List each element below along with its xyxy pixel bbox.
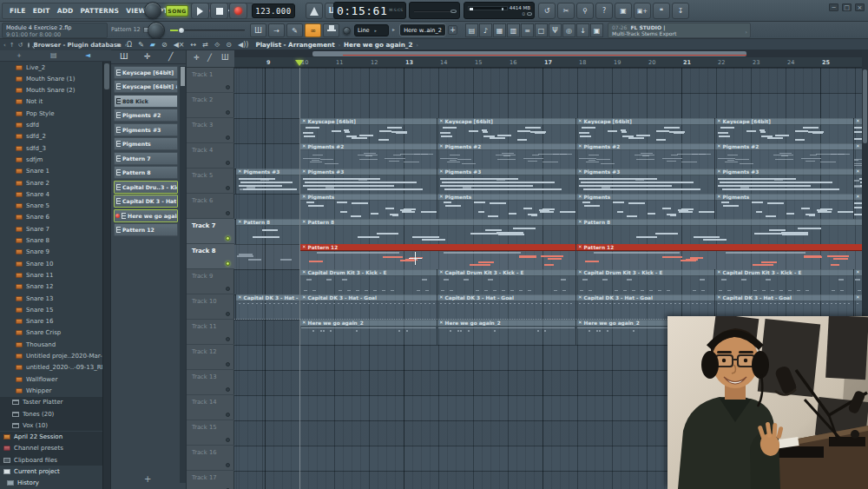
menu-add[interactable]: ADD xyxy=(54,7,77,15)
browser-back-arrow-icon[interactable]: ◄ xyxy=(85,52,90,59)
track-mute-led[interactable] xyxy=(226,261,230,266)
playlist-horizontal-scrollbar[interactable] xyxy=(234,50,862,57)
feedback-button[interactable]: ❝ xyxy=(653,3,670,19)
track-mute-led[interactable] xyxy=(226,85,230,89)
clip-pigments-3[interactable]: ✕Pigments #3 xyxy=(714,169,853,194)
open-tempo-tap-button[interactable]: ◎ xyxy=(562,23,575,37)
browser-item[interactable]: Snare 16 xyxy=(0,316,103,327)
play-small-icon[interactable]: ▸ xyxy=(117,42,121,49)
save-button[interactable]: ▣ xyxy=(615,3,632,19)
track-header-14[interactable]: Track 14 xyxy=(187,395,234,420)
clip-pigments[interactable]: ✕Pigments xyxy=(714,194,853,219)
recording-source-button[interactable]: ⚲ xyxy=(576,3,594,19)
browser-item[interactable]: Snare 7 xyxy=(0,223,103,235)
browser-item[interactable]: Snare 6 xyxy=(0,212,103,223)
pattern-prev-arrow[interactable]: ▸ xyxy=(392,26,395,32)
refresh-icon[interactable]: ↺ xyxy=(18,42,23,49)
browser-item[interactable]: sdfjm xyxy=(0,154,103,165)
browser-item[interactable]: Snare Crisp xyxy=(0,327,103,339)
help-button[interactable]: ? xyxy=(595,3,613,19)
clip-keyscape-64bit-[interactable]: ✕Keyscape [64bit] xyxy=(437,118,575,143)
clip-capital-drum-kit-3-kick-e[interactable]: ✕Capital Drum Kit 3 - Kick - E xyxy=(575,269,714,294)
menu-file[interactable]: FILE xyxy=(6,7,30,15)
slice-tool-icon[interactable]: ⇄ xyxy=(202,42,208,49)
track-header-8[interactable]: Track 8 xyxy=(187,244,234,269)
open-project-browser-button[interactable]: □ xyxy=(535,23,548,37)
browser-item[interactable]: Snare 11 xyxy=(0,269,103,281)
browser-item[interactable]: Snare 4 xyxy=(0,188,103,200)
track-mute-led[interactable] xyxy=(226,438,230,442)
cut-itself-button[interactable]: ✂ xyxy=(557,3,575,19)
browser-item[interactable]: Vox (10) xyxy=(0,420,103,431)
track-header-13[interactable]: Track 13 xyxy=(187,370,234,395)
track-header-5[interactable]: Track 5 xyxy=(187,169,234,194)
browser-item[interactable]: Snare 1 xyxy=(0,166,103,177)
browser-item[interactable]: April 22 Session xyxy=(0,432,103,443)
browser-item[interactable]: Current project xyxy=(0,466,103,478)
clip-partial[interactable]: ✕ xyxy=(853,143,862,169)
clip-capital-dk-3-hat-goal[interactable]: ✕Capital DK 3 - Hat - Goal xyxy=(235,294,299,320)
clip-pigments-2[interactable]: ✕Pigments #2 xyxy=(714,143,853,169)
main-volume-slider[interactable] xyxy=(170,27,245,34)
browser-item[interactable]: Wallflower xyxy=(0,373,103,385)
seek-bar[interactable] xyxy=(409,2,460,19)
close-button[interactable]: × xyxy=(855,3,865,11)
browser-item[interactable]: Thousand xyxy=(0,339,103,350)
pattern-item[interactable]: Pattern 12 xyxy=(114,223,178,236)
browser-item[interactable]: History xyxy=(0,478,103,489)
clip-pigments-3[interactable]: ✕Pigments #3 xyxy=(575,169,714,194)
add-pattern-button[interactable]: + xyxy=(448,25,457,35)
clip-partial[interactable]: ✕ xyxy=(853,169,862,194)
browser-item[interactable]: sdfd_3 xyxy=(0,142,103,154)
browser-item[interactable]: Snare 15 xyxy=(0,304,103,315)
select-tool-icon[interactable]: ⟐ xyxy=(214,42,220,49)
browser-item[interactable]: Channel presets xyxy=(0,443,103,454)
pattern-item[interactable]: Pigments #2 xyxy=(114,109,178,122)
bpm-display[interactable]: 123.000 xyxy=(252,3,295,18)
time-display[interactable]: 0:15:61 M:S:CS xyxy=(333,2,406,19)
clip-keyscape-64bit-[interactable]: ✕Keyscape [64bit] xyxy=(299,118,437,143)
browser-item[interactable]: Pop Style xyxy=(0,108,103,119)
pencil-tool-toggle[interactable]: ✎ xyxy=(286,23,303,37)
browser-scroll-thumb[interactable] xyxy=(104,63,109,89)
browser-header[interactable]: ‹ ↑ ↺ Browser - Plugin database › xyxy=(0,39,111,50)
paint-tool-icon[interactable]: ▰ xyxy=(150,42,155,49)
browser-item[interactable]: Snare 12 xyxy=(0,281,103,293)
browser-item[interactable]: Whipper xyxy=(0,385,103,396)
track-mute-led[interactable] xyxy=(226,463,230,467)
clip-pigments-2[interactable]: ✕Pigments #2 xyxy=(575,143,714,169)
save-new-version-button[interactable]: ▣+ xyxy=(634,3,651,19)
typing-keyboard-toggle[interactable]: Ш xyxy=(250,23,266,37)
track-header-16[interactable]: Track 16 xyxy=(187,446,234,471)
menu-edit[interactable]: EDIT xyxy=(30,7,54,15)
clip-pattern-8[interactable]: ✕Pattern 8 xyxy=(235,219,299,244)
clip-partial[interactable]: ✕ xyxy=(853,269,862,294)
back-icon[interactable]: ‹ xyxy=(3,42,6,49)
pattern-item[interactable]: Keyscape [64bit] #2 xyxy=(114,80,178,93)
pattern-scrollbar[interactable] xyxy=(180,66,186,483)
track-header-15[interactable]: Track 15 xyxy=(187,420,234,446)
pattern-item[interactable]: 808 Kick xyxy=(114,95,178,108)
open-channel-rack-button[interactable]: ▦ xyxy=(493,23,506,37)
shape-tool-dropdown[interactable]: Line▸ xyxy=(354,24,389,36)
play-button[interactable] xyxy=(191,3,209,19)
browser-item[interactable]: untitled_2020-..-09-13_REC_7 xyxy=(0,362,103,373)
clip-pigments-2[interactable]: ✕Pigments #2 xyxy=(299,143,437,169)
browser-file-icon[interactable]: ▤ xyxy=(50,52,57,59)
track-header-11[interactable]: Track 11 xyxy=(187,320,234,345)
mixer-tab-icon[interactable]: ✛ xyxy=(144,53,151,61)
track-header-3[interactable]: Track 3 xyxy=(187,118,234,143)
vscroll-thumb[interactable] xyxy=(863,69,867,143)
track-mute-led[interactable] xyxy=(226,236,230,241)
browser-scrollbar[interactable] xyxy=(102,62,110,489)
automation-tab-icon[interactable]: ╱ xyxy=(168,53,173,61)
clip-capital-drum-kit-3-kick-e[interactable]: ✕Capital Drum Kit 3 - Kick - E xyxy=(299,269,437,294)
up-icon[interactable]: ↑ xyxy=(10,42,15,49)
record-button[interactable] xyxy=(229,3,247,19)
clip-pigments-2[interactable]: ✕Pigments #2 xyxy=(437,143,575,169)
browser-item[interactable]: Snare 5 xyxy=(0,201,103,212)
track-mute-led[interactable] xyxy=(226,161,230,165)
open-plugin-picker-button[interactable]: Ψ xyxy=(549,23,562,37)
browser-item[interactable]: Untitled proje..2020-Mar-28_3 xyxy=(0,351,103,362)
track-mute-led[interactable] xyxy=(226,186,230,190)
